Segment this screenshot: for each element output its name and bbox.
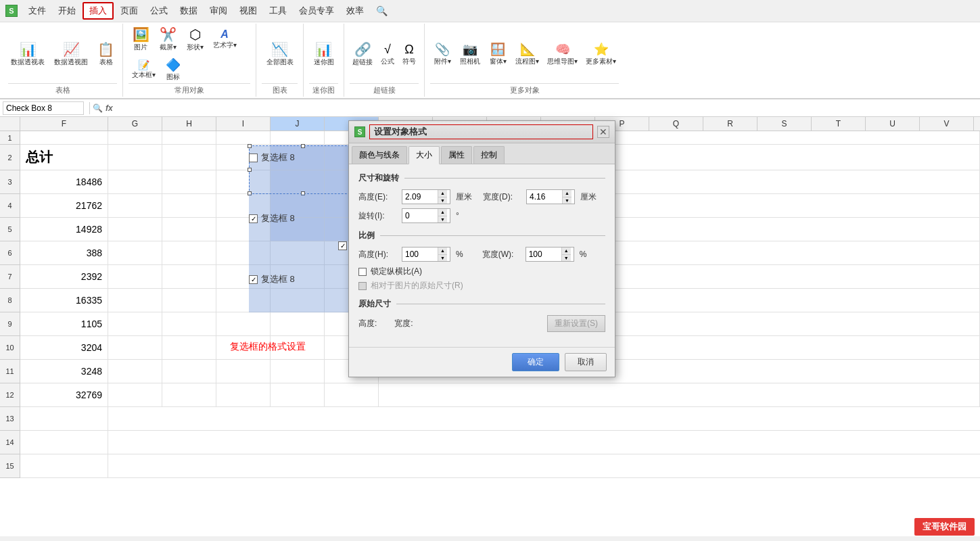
scale-width-input[interactable]: 100 (526, 248, 561, 261)
dialog-tab-size[interactable]: 大小 (409, 146, 440, 164)
mindmap-btn[interactable]: 🧠 思维导图▾ (544, 41, 580, 68)
scale-height-down-btn[interactable]: ▼ (438, 255, 447, 262)
relative-checkbox[interactable] (358, 282, 367, 290)
ribbon-group-more: 📎 附件▾ 📷 照相机 🪟 窗体▾ 📐 流程图▾ 🧠 思维导图▾ (425, 24, 624, 97)
checkbox-1[interactable]: 复选框 8 (249, 151, 295, 164)
dialog-tab-color[interactable]: 颜色与线条 (352, 146, 407, 164)
row-num-1: 1 (0, 131, 20, 145)
image-btn[interactable]: 🖼️ 图片 (129, 25, 153, 53)
symbol-btn[interactable]: Ω 符号 (400, 41, 419, 68)
cell-f11: 3248 (20, 360, 108, 383)
ok-button[interactable]: 确定 (512, 353, 559, 371)
checkbox-3[interactable]: ✓ 复选框 8 (249, 273, 295, 285)
checkbox-2[interactable]: ✓ 复选框 8 (249, 212, 295, 225)
ribbon-group-table-label: 表格 (8, 83, 117, 95)
more-materials-btn[interactable]: ⭐ 更多素材▾ (583, 41, 619, 68)
screenshot-btn[interactable]: ✂️ 截屏▾ (156, 25, 180, 53)
table-btn[interactable]: 📋 表格 (95, 40, 117, 68)
shape-btn[interactable]: ⬡ 形状▾ (183, 25, 207, 53)
checkbox-3-label: 复选框 8 (261, 273, 295, 285)
attachment-btn[interactable]: 📎 附件▾ (430, 41, 454, 68)
rotate-down-btn[interactable]: ▼ (438, 216, 447, 223)
row-num-3: 3 (0, 170, 20, 194)
scale-width-down-btn[interactable]: ▼ (562, 255, 571, 262)
section-size-title: 尺寸和旋转 (358, 172, 605, 184)
cell-f10: 3204 (20, 336, 108, 359)
scale-width-up-btn[interactable]: ▲ (562, 248, 571, 255)
zoom-icon: 🔍 (93, 103, 103, 113)
cell-f6: 388 (20, 241, 108, 264)
section-scale-title: 比例 (358, 230, 605, 241)
width-down-btn[interactable]: ▼ (563, 197, 571, 204)
all-charts-btn[interactable]: 📉 全部图表 (264, 40, 296, 68)
orig-height-label: 高度: (358, 318, 377, 329)
watermark: 宝哥软件园 (914, 518, 975, 536)
pivot-table-btn[interactable]: 📊 数据透视表 (8, 40, 47, 68)
menu-tools[interactable]: 工具 (264, 3, 292, 18)
rotate-label: 旋转(I): (358, 210, 396, 222)
width-up-btn[interactable]: ▲ (563, 190, 571, 197)
menu-home[interactable]: 开始 (53, 3, 81, 18)
cell-reference-input[interactable]: Check Box 8 (3, 101, 84, 115)
checkbox-1-label: 复选框 8 (261, 151, 295, 164)
menu-review[interactable]: 审阅 (204, 3, 233, 18)
reset-btn[interactable]: 重新设置(S) (547, 315, 605, 332)
row-num-13: 13 (0, 407, 20, 431)
cancel-button[interactable]: 取消 (565, 353, 607, 371)
formula-input[interactable] (118, 102, 977, 114)
checkbox-2-label: 复选框 8 (261, 212, 295, 225)
ribbon-group-hyperlink-label: 超链接 (350, 83, 419, 95)
menu-file[interactable]: 文件 (23, 3, 51, 18)
scale-width-label: 宽度(W): (482, 249, 520, 260)
hyperlink-btn[interactable]: 🔗 超链接 (350, 40, 375, 68)
menu-view[interactable]: 视图 (234, 3, 262, 18)
formula-icon: fx (106, 103, 113, 113)
flowchart-btn[interactable]: 📐 流程图▾ (513, 41, 542, 68)
search-icon[interactable]: 🔍 (371, 4, 393, 18)
dialog-title-icon: S (354, 126, 365, 137)
height-input[interactable]: 2.09 (402, 190, 438, 204)
width-input[interactable]: 4.16 (527, 190, 562, 204)
scale-height-input[interactable]: 100 (402, 248, 438, 261)
cell-f4: 21762 (20, 194, 108, 217)
col-header-r: R (703, 117, 757, 131)
ribbon-group-hyperlink: 🔗 超链接 √ 公式 Ω 符号 超链接 (344, 24, 425, 97)
annotation-text: 复选框的格式设置 (230, 341, 306, 353)
menu-efficiency[interactable]: 效率 (341, 3, 369, 18)
ribbon-group-chart: 📉 全部图表 图表 (256, 24, 304, 97)
lock-ratio-checkbox[interactable] (358, 268, 367, 276)
row-num-8: 8 (0, 289, 20, 312)
camera-btn[interactable]: 📷 照相机 (457, 41, 483, 68)
art-text-btn[interactable]: A 艺术字▾ (210, 27, 239, 51)
dialog-tab-control[interactable]: 控制 (473, 146, 505, 164)
width-unit[interactable]: 厘米 (580, 191, 597, 203)
grid-row-12: 32769 (20, 383, 980, 407)
sparkline-btn[interactable]: 📊 迷你图 (311, 40, 337, 68)
rotate-up-btn[interactable]: ▲ (438, 209, 447, 216)
col-header-w: W (974, 117, 980, 131)
height-unit[interactable]: 厘米 (456, 191, 472, 203)
dialog-close-btn[interactable]: ✕ (597, 126, 609, 138)
height-label: 高度(E): (358, 191, 396, 203)
menu-insert[interactable]: 插入 (83, 2, 114, 20)
window-btn[interactable]: 🪟 窗体▾ (486, 41, 510, 68)
dialog-tab-property[interactable]: 属性 (441, 146, 472, 164)
row-num-6: 6 (0, 241, 20, 265)
col-header-i: I (216, 117, 271, 131)
height-up-btn[interactable]: ▲ (438, 190, 447, 197)
scale-height-up-btn[interactable]: ▲ (438, 248, 447, 255)
menu-data[interactable]: 数据 (174, 3, 203, 18)
menu-formula[interactable]: 公式 (145, 3, 173, 18)
menu-page[interactable]: 页面 (115, 3, 143, 18)
ribbon-group-common: 🖼️ 图片 ✂️ 截屏▾ ⬡ 形状▾ A 艺术字▾ 📝 文本框▾ (123, 24, 256, 97)
cell-f7: 2392 (20, 265, 108, 288)
menu-member[interactable]: 会员专享 (294, 3, 340, 18)
cell-f5: 14928 (20, 218, 108, 241)
pivot-chart-btn[interactable]: 📈 数据透视图 (51, 40, 91, 68)
icon-btn[interactable]: 🔷 图标 (161, 56, 185, 83)
height-down-btn[interactable]: ▼ (438, 197, 447, 204)
rotate-input[interactable]: 0 (402, 209, 438, 222)
row-num-14: 14 (0, 431, 20, 454)
textbox-btn[interactable]: 📝 文本框▾ (129, 58, 158, 81)
formula-btn[interactable]: √ 公式 (378, 41, 397, 68)
